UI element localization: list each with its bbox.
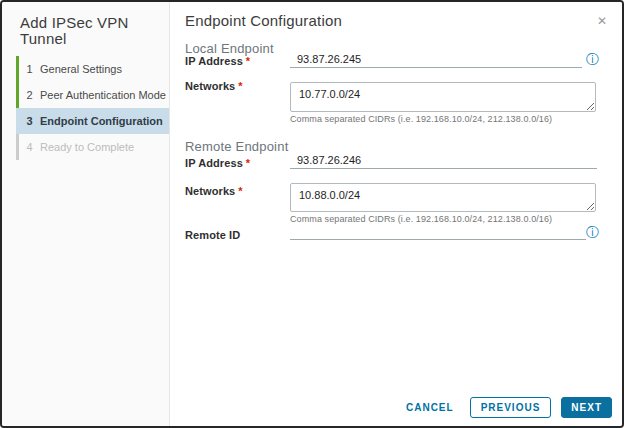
page-title: Endpoint Configuration [185,12,342,29]
cancel-button[interactable]: CANCEL [400,397,460,418]
info-icon[interactable]: ⓘ [586,226,599,239]
step-endpoint-configuration[interactable]: 3 Endpoint Configuration [16,108,169,134]
remote-networks-helper-text: Comma separated CIDRs (i.e. 192.168.10.0… [290,214,552,224]
next-button[interactable]: NEXT [561,397,612,418]
step-general-settings[interactable]: 1 General Settings [16,56,169,82]
remote-ip-address-input[interactable] [290,153,597,169]
local-endpoint-section-title: Local Endpoint [185,41,274,56]
wizard-steps: 1 General Settings 2 Peer Authentication… [2,56,169,160]
required-marker: * [238,80,242,92]
wizard-sidebar: Add IPSec VPN Tunnel 1 General Settings … [2,2,170,426]
local-ip-address-label: IP Address* [185,55,250,67]
required-marker: * [246,157,250,169]
step-label: Endpoint Configuration [40,115,163,127]
local-ip-address-input[interactable] [290,52,582,68]
remote-ip-address-label: IP Address* [185,157,250,169]
dialog-title: Add IPSec VPN Tunnel [2,15,169,47]
remote-networks-textarea[interactable]: 10.88.0.0/24 [290,183,596,212]
close-icon[interactable]: ✕ [595,13,609,29]
required-marker: * [238,185,242,197]
local-networks-textarea[interactable]: 10.77.0.0/24 [290,82,596,112]
step-label: General Settings [40,63,122,75]
previous-button[interactable]: PREVIOUS [470,397,552,418]
remote-id-input[interactable] [290,224,586,240]
add-ipsec-vpn-tunnel-dialog: Add IPSec VPN Tunnel 1 General Settings … [0,0,624,428]
step-number: 3 [25,115,34,127]
endpoint-configuration-panel: Endpoint Configuration ✕ Local Endpoint … [170,2,622,426]
step-number: 2 [25,89,34,101]
local-networks-helper-text: Comma separated CIDRs (i.e. 192.168.10.0… [290,114,552,124]
step-label: Peer Authentication Mode [40,89,166,101]
required-marker: * [246,55,250,67]
remote-id-label: Remote ID [185,229,240,241]
remote-endpoint-section-title: Remote Endpoint [185,139,288,154]
step-label: Ready to Complete [40,141,134,153]
info-icon[interactable]: ⓘ [586,53,599,66]
step-ready-to-complete: 4 Ready to Complete [16,134,169,160]
step-number: 1 [25,63,34,75]
step-number: 4 [25,141,34,153]
wizard-footer: CANCEL PREVIOUS NEXT [400,397,612,418]
step-peer-authentication-mode[interactable]: 2 Peer Authentication Mode [16,82,169,108]
remote-networks-label: Networks* [185,185,243,197]
local-networks-label: Networks* [185,80,243,92]
